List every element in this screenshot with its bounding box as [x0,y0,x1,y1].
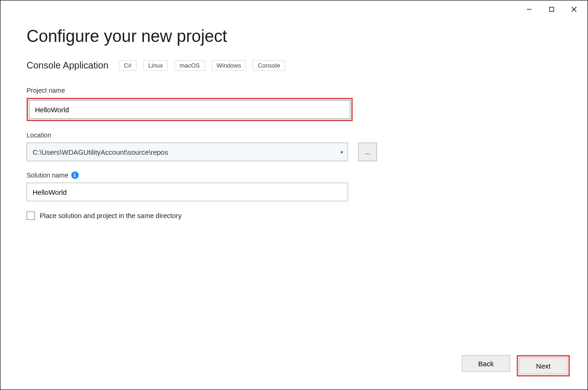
project-name-input[interactable] [29,100,350,119]
template-row: Console Application C# Linux macOS Windo… [27,60,561,71]
same-directory-label: Place solution and project in the same d… [40,212,182,219]
page-title: Configure your new project [27,27,561,46]
maximize-icon [549,7,554,12]
same-directory-checkbox[interactable] [27,212,35,220]
tag-console: Console [253,60,285,71]
browse-button[interactable]: ... [358,143,377,161]
window-titlebar [516,0,588,18]
tag-macos: macOS [174,60,205,71]
minimize-icon [526,7,532,12]
next-button[interactable]: Next [519,357,567,374]
solution-name-input[interactable] [27,183,348,201]
location-combo[interactable]: C:\Users\WDAGUtilityAccount\source\repos… [27,143,348,161]
location-value: C:\Users\WDAGUtilityAccount\source\repos [33,148,168,156]
close-icon [571,7,577,12]
svg-rect-1 [550,7,554,12]
project-name-highlight [27,98,353,121]
template-name: Console Application [27,60,109,71]
tag-windows: Windows [212,60,246,71]
maximize-button[interactable] [545,4,559,14]
footer: Back Next [462,355,570,376]
project-name-label: Project name [27,87,561,94]
minimize-button[interactable] [522,4,536,14]
next-highlight: Next [517,355,570,376]
solution-name-label: Solution name [27,171,68,179]
back-button[interactable]: Back [462,355,510,372]
chevron-down-icon: ▾ [341,150,343,155]
tag-linux: Linux [143,60,168,71]
close-button[interactable] [567,4,581,14]
location-label: Location [27,131,561,139]
info-icon[interactable]: i [71,171,79,179]
tag-csharp: C# [119,60,137,71]
